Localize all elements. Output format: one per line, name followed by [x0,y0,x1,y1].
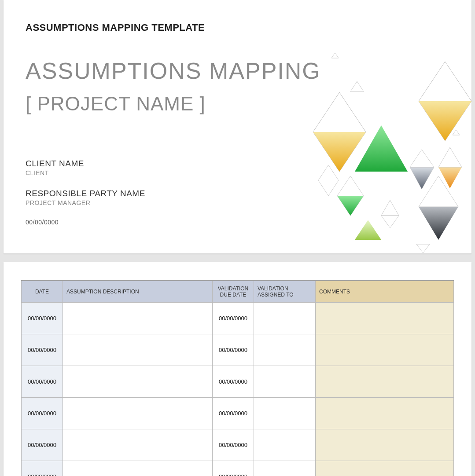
cell-comments[interactable] [316,429,454,461]
cell-date[interactable]: 00/00/0000 [22,334,63,366]
document-heading: ASSUMPTIONS MAPPING [26,58,449,84]
table-row: 00/00/000000/00/0000 [22,461,454,476]
cell-comments[interactable] [316,334,454,366]
cell-comments[interactable] [316,303,454,334]
responsible-value[interactable]: RESPONSIBLE PARTY NAME [26,189,449,198]
cell-due[interactable]: 00/00/0000 [213,303,254,334]
cell-date[interactable]: 00/00/0000 [22,398,63,429]
cell-comments[interactable] [316,366,454,398]
table-row: 00/00/000000/00/0000 [22,398,454,429]
template-title: ASSUMPTIONS MAPPING TEMPLATE [26,22,449,33]
svg-marker-19 [416,244,430,253]
cell-assigned[interactable] [254,461,316,476]
cell-description[interactable] [63,429,213,461]
client-name-value[interactable]: CLIENT NAME [26,159,449,168]
cell-due[interactable]: 00/00/0000 [213,334,254,366]
responsible-block: RESPONSIBLE PARTY NAME PROJECT MANAGER [26,189,449,206]
table-row: 00/00/000000/00/0000 [22,366,454,398]
cell-description[interactable] [63,398,213,429]
assumptions-table: DATE ASSUMPTION DESCRIPTION VALIDATION D… [21,281,454,476]
header-assigned: VALIDATION ASSIGNED TO [254,281,316,303]
client-block: CLIENT NAME CLIENT [26,159,449,176]
cell-date[interactable]: 00/00/0000 [22,461,63,476]
cell-due[interactable]: 00/00/0000 [213,429,254,461]
cell-description[interactable] [63,366,213,398]
cell-assigned[interactable] [254,366,316,398]
table-row: 00/00/000000/00/0000 [22,303,454,334]
header-comments: COMMENTS [316,281,454,303]
cell-description[interactable] [63,303,213,334]
header-description: ASSUMPTION DESCRIPTION [63,281,213,303]
cell-assigned[interactable] [254,429,316,461]
table-row: 00/00/000000/00/0000 [22,429,454,461]
project-name-placeholder[interactable]: [ PROJECT NAME ] [26,93,449,115]
cell-assigned[interactable] [254,303,316,334]
cell-due[interactable]: 00/00/0000 [213,366,254,398]
cell-comments[interactable] [316,398,454,429]
document-date[interactable]: 00/00/0000 [26,219,449,226]
cell-assigned[interactable] [254,334,316,366]
cell-comments[interactable] [316,461,454,476]
responsible-label: PROJECT MANAGER [26,199,449,206]
cover-page: ASSUMPTIONS MAPPING TEMPLATE ASSUMPTIONS… [4,0,471,253]
table-page: DATE ASSUMPTION DESCRIPTION VALIDATION D… [4,262,471,476]
cell-description[interactable] [63,461,213,476]
client-label: CLIENT [26,169,449,176]
cell-date[interactable]: 00/00/0000 [22,303,63,334]
cell-date[interactable]: 00/00/0000 [22,366,63,398]
cell-due[interactable]: 00/00/0000 [213,461,254,476]
table-header-row: DATE ASSUMPTION DESCRIPTION VALIDATION D… [22,281,454,303]
cell-date[interactable]: 00/00/0000 [22,429,63,461]
cell-assigned[interactable] [254,398,316,429]
header-due: VALIDATION DUE DATE [213,281,254,303]
cell-description[interactable] [63,334,213,366]
cell-due[interactable]: 00/00/0000 [213,398,254,429]
table-row: 00/00/000000/00/0000 [22,334,454,366]
svg-marker-20 [453,130,460,135]
header-date: DATE [22,281,63,303]
